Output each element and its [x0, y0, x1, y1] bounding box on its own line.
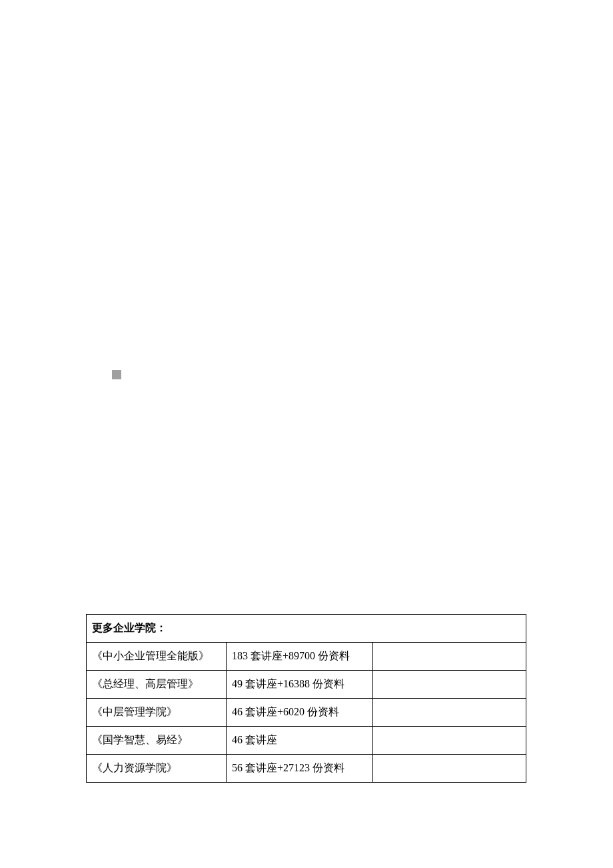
course-desc: 56 套讲座+27123 份资料 [227, 755, 373, 783]
course-desc: 183 套讲座+89700 份资料 [227, 643, 373, 671]
table-row: 《中小企业管理全能版》 183 套讲座+89700 份资料 [87, 643, 526, 671]
course-blank [373, 671, 526, 699]
course-blank [373, 727, 526, 755]
table-row: 《人力资源学院》 56 套讲座+27123 份资料 [87, 755, 526, 783]
table-heading: 更多企业学院： [87, 615, 526, 643]
enterprise-academy-table: 更多企业学院： 《中小企业管理全能版》 183 套讲座+89700 份资料 《总… [86, 614, 526, 783]
course-desc: 46 套讲座 [227, 727, 373, 755]
square-bullet-icon [112, 370, 121, 379]
course-name: 《总经理、高层管理》 [87, 671, 227, 699]
document-page: 更多企业学院： 《中小企业管理全能版》 183 套讲座+89700 份资料 《总… [0, 0, 613, 868]
table-row: 《国学智慧、易经》 46 套讲座 [87, 727, 526, 755]
course-blank [373, 755, 526, 783]
table: 更多企业学院： 《中小企业管理全能版》 183 套讲座+89700 份资料 《总… [86, 614, 526, 783]
course-name: 《国学智慧、易经》 [87, 727, 227, 755]
course-name: 《中小企业管理全能版》 [87, 643, 227, 671]
course-blank [373, 699, 526, 727]
course-blank [373, 643, 526, 671]
course-desc: 46 套讲座+6020 份资料 [227, 699, 373, 727]
table-row: 《中层管理学院》 46 套讲座+6020 份资料 [87, 699, 526, 727]
course-name: 《人力资源学院》 [87, 755, 227, 783]
course-desc: 49 套讲座+16388 份资料 [227, 671, 373, 699]
course-name: 《中层管理学院》 [87, 699, 227, 727]
table-row: 更多企业学院： [87, 615, 526, 643]
table-row: 《总经理、高层管理》 49 套讲座+16388 份资料 [87, 671, 526, 699]
